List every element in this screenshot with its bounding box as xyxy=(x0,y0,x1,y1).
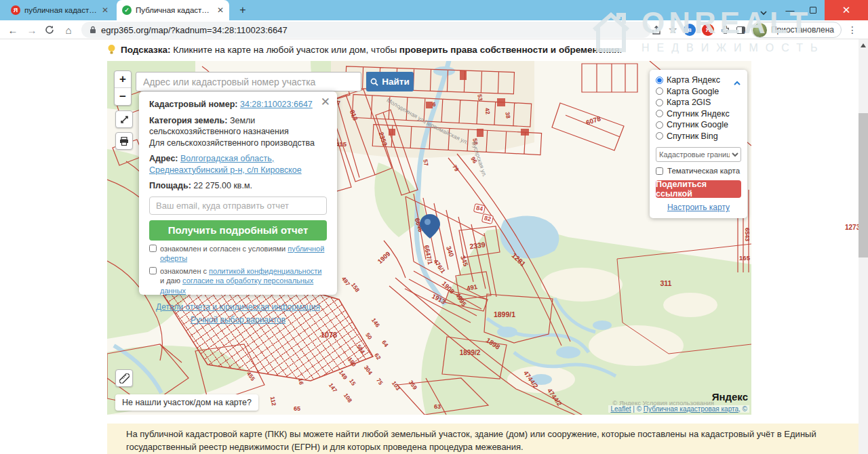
new-tab-button[interactable]: + xyxy=(236,3,250,17)
layer-option-map-yandex[interactable]: Карта Яндекс xyxy=(656,75,741,86)
hint-bar: Подсказка: Кликните на карте на любой уч… xyxy=(107,39,622,60)
zoom-control: + − xyxy=(114,70,132,106)
profile-badge-label: Приостановлена xyxy=(771,25,834,35)
browser-tab-1[interactable]: Я публичная кадастровая карта – ✕ xyxy=(5,0,114,20)
extensions-puzzle-icon[interactable] xyxy=(720,25,730,35)
map-canvas[interactable]: 607877813235341565758799642385366466647/… xyxy=(107,61,751,415)
report-details-link[interactable]: Детали отчета и юридическая информация xyxy=(149,302,327,313)
map-marker-pin[interactable] xyxy=(420,214,440,239)
pkk-link[interactable]: Публичная кадастровая карта xyxy=(644,405,738,413)
layer-option-sat-yandex[interactable]: Спутник Яндекс xyxy=(656,108,741,120)
map-parcel-label: 1078 xyxy=(321,331,337,339)
scrollbar-thumb[interactable] xyxy=(859,113,868,257)
home-button[interactable]: ⌂ xyxy=(61,22,76,37)
tab-close-icon[interactable]: ✕ xyxy=(102,5,108,15)
share-icon[interactable] xyxy=(651,25,662,35)
map-parcel-label: 112 xyxy=(269,396,277,406)
sidebar-icon[interactable] xyxy=(736,26,745,34)
radio-map-yandex[interactable] xyxy=(656,77,663,84)
map-parcel-label: 1273 xyxy=(845,224,860,231)
browser-menu-icon[interactable]: ⋮ xyxy=(848,24,857,35)
map-parcel-label: 57 xyxy=(422,159,429,166)
description-banner: На публичной кадастровой карте (ПКК) вы … xyxy=(107,424,859,454)
cad-number-label: Кадастровый номер: xyxy=(149,100,238,109)
thematic-map-row[interactable]: Тематическая карта xyxy=(656,167,741,175)
extension-icon-blue[interactable]: в xyxy=(684,24,696,36)
search-input[interactable] xyxy=(136,72,361,91)
map-parcel-label: 63 xyxy=(434,403,441,410)
cad-number-link[interactable]: 34:28:110023:6647 xyxy=(240,100,313,109)
window-minimize-button[interactable]: — xyxy=(778,0,802,20)
check-favicon: ✓ xyxy=(122,5,132,15)
fullscreen-button[interactable] xyxy=(115,110,133,128)
scroll-up-arrow[interactable] xyxy=(861,43,866,47)
configure-map-link[interactable]: Настроить карту xyxy=(667,203,730,212)
radio-map-google[interactable] xyxy=(656,87,663,95)
thematic-checkbox[interactable] xyxy=(656,167,663,175)
map-attribution: Leaflet | © Публичная кадастровая карта,… xyxy=(608,405,749,413)
privacy-checkbox[interactable] xyxy=(149,267,157,274)
search-button[interactable]: Найти xyxy=(366,72,414,91)
bookmark-star-icon[interactable]: ☆ xyxy=(668,24,677,36)
map-parcel-label: 65 xyxy=(294,405,300,412)
search-icon xyxy=(370,78,378,86)
zoom-out-button[interactable]: − xyxy=(115,88,131,105)
description-line-1: На публичной кадастровой карте (ПКК) вы … xyxy=(126,428,859,440)
area-label: Площадь: xyxy=(149,181,191,190)
tab-title: публичная кадастровая карта – xyxy=(24,6,98,14)
offer-checkbox[interactable] xyxy=(149,245,157,252)
layer-option-sat-google[interactable]: Спутник Google xyxy=(656,119,741,131)
radio-sat-yandex[interactable] xyxy=(656,110,663,117)
boundaries-select[interactable]: Кадастровые границы xyxy=(656,147,741,162)
back-button[interactable]: ← xyxy=(5,22,20,37)
zoom-in-button[interactable]: + xyxy=(115,71,131,88)
address-label: Адрес: xyxy=(149,154,178,163)
page-content: Подсказка: Кликните на карте на любой уч… xyxy=(0,39,868,454)
avatar xyxy=(753,23,767,37)
browser-titlebar: Я публичная кадастровая карта – ✕ ✓ Публ… xyxy=(0,0,868,20)
radio-map-2gis[interactable] xyxy=(656,99,663,106)
reload-button[interactable] xyxy=(42,22,57,37)
get-report-button[interactable]: Получить подробный отчет xyxy=(149,220,327,241)
collapse-chevron-icon[interactable] xyxy=(733,77,741,89)
measure-ruler-button[interactable] xyxy=(115,369,133,387)
browser-toolbar: ← → ⌂ egrp365.org/map/?kadnum=34:28:1100… xyxy=(0,20,868,39)
email-field[interactable] xyxy=(149,197,327,215)
radio-sat-google[interactable] xyxy=(656,121,663,129)
address-bar[interactable]: egrp365.org/map/?kadnum=34:28:110023:664… xyxy=(81,22,651,38)
map-parcel-label: 415 xyxy=(336,140,347,148)
offer-checkbox-row[interactable]: ознакомлен и согласен с условиями публич… xyxy=(149,244,327,264)
privacy-checkbox-row[interactable]: ознакомлен с политикой конфиденциальност… xyxy=(149,266,327,295)
extension-icon-yandex[interactable]: Я xyxy=(702,24,714,36)
description-line-2: государственный реестр недвижимости (ЕГР… xyxy=(126,440,859,453)
share-link-button[interactable]: Поделиться ссылкой xyxy=(656,180,741,198)
hint-bold: проверить права собственности и обремене… xyxy=(399,45,620,55)
layer-option-map-2gis[interactable]: Карта 2GIS xyxy=(656,97,741,108)
layer-option-sat-bing[interactable]: Спутник Bing xyxy=(656,131,741,142)
window-close-button[interactable]: ✕ xyxy=(825,0,868,20)
forward-button[interactable]: → xyxy=(24,22,39,37)
window-restore-button[interactable] xyxy=(802,0,825,20)
map-parcel-label: 53 xyxy=(476,94,484,101)
page-scrollbar[interactable] xyxy=(859,39,868,454)
map-parcel-label: 1899/1 xyxy=(494,310,515,318)
popup-close-icon[interactable]: ✕ xyxy=(321,95,330,110)
land-use-value: Для сельскохозяйственного производства xyxy=(149,138,315,148)
map-search: Найти xyxy=(136,72,414,91)
tab-close-icon[interactable]: ✕ xyxy=(217,5,224,15)
map-parcel-label: 1899/2 xyxy=(460,349,481,356)
print-button[interactable] xyxy=(115,132,133,150)
consent-link[interactable]: согласие на обработку персональных данны… xyxy=(160,276,313,294)
profile-badge[interactable]: Приостановлена xyxy=(751,22,842,38)
not-found-pill[interactable]: Не нашли участок/дом на карте? xyxy=(115,394,258,411)
land-category-label: Категория земель: xyxy=(149,116,227,125)
leaflet-link[interactable]: Leaflet xyxy=(610,405,631,413)
map-parcel-label: 311 xyxy=(660,279,672,287)
tab-search-chevron-icon[interactable] xyxy=(760,6,768,18)
map-parcel-label: 165 xyxy=(739,254,750,262)
manual-select-link[interactable]: Ручной выбор вариантов xyxy=(149,315,327,326)
browser-tab-2[interactable]: ✓ Публичная кадастровая карта – ✕ xyxy=(117,0,229,20)
layer-option-map-google[interactable]: Карта Google xyxy=(656,86,741,98)
privacy-link[interactable]: политикой конфиденциальности xyxy=(209,267,321,275)
radio-sat-bing[interactable] xyxy=(656,132,663,140)
